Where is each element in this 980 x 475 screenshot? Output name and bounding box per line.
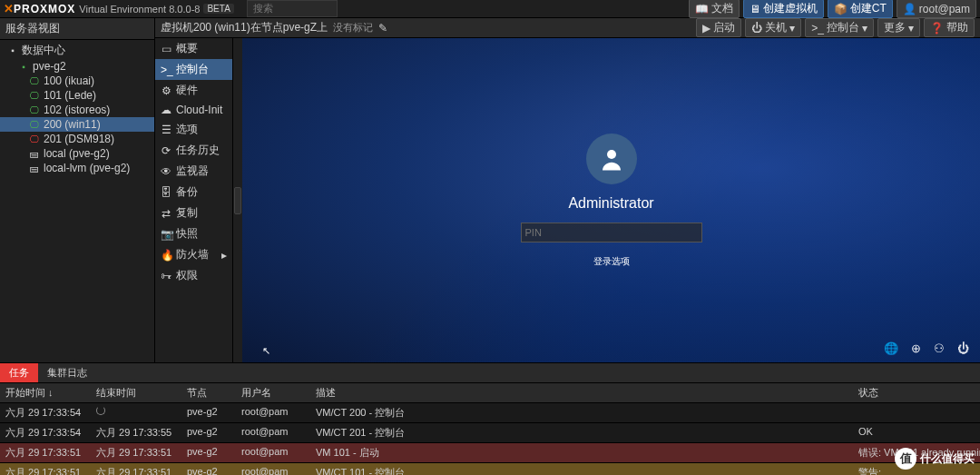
- signin-options-link[interactable]: 登录选项: [593, 255, 630, 268]
- tree-vm[interactable]: 🖵102 (istoreos): [0, 103, 154, 117]
- menu-item[interactable]: 🗝权限: [155, 265, 232, 286]
- no-tags-label: 没有标记: [333, 21, 373, 35]
- menu-item[interactable]: 👁监视器: [155, 161, 232, 182]
- product-name: PROXMOX: [14, 3, 75, 15]
- vnc-console[interactable]: Administrator 登录选项 🌐 ⊕ ⚇ ⏻ ↖: [242, 38, 980, 362]
- chevron-down-icon: ▾: [908, 22, 914, 35]
- splitter-handle[interactable]: [233, 38, 242, 362]
- view-selector[interactable]: 服务器视图: [0, 18, 154, 40]
- col-node[interactable]: 节点: [181, 383, 236, 402]
- chevron-down-icon: ▾: [789, 22, 795, 35]
- win-accessibility-bar: 🌐 ⊕ ⚇ ⏻: [884, 341, 969, 355]
- menu-icon: ☰: [161, 124, 172, 136]
- pin-input[interactable]: [521, 223, 702, 242]
- cursor-icon: ↖: [262, 345, 270, 357]
- tab-cluster-log[interactable]: 集群日志: [38, 363, 96, 382]
- book-icon: 📖: [695, 3, 709, 15]
- tree-storage[interactable]: 🖴local (pve-g2): [0, 146, 154, 161]
- search-input[interactable]: 搜索: [247, 0, 338, 17]
- menu-item[interactable]: ☁Cloud-Init: [155, 101, 232, 119]
- col-desc[interactable]: 描述: [310, 383, 853, 402]
- help-button[interactable]: ❓帮助: [924, 18, 975, 37]
- menu-item[interactable]: 🔥防火墙▸: [155, 244, 232, 265]
- shutdown-button[interactable]: ⏻关机 ▾: [745, 18, 801, 37]
- avatar-icon: [586, 134, 637, 184]
- logo-x-icon: ✕: [4, 2, 14, 15]
- accessibility-icon[interactable]: ⊕: [911, 341, 921, 355]
- tree-vm[interactable]: 🖵101 (Lede): [0, 88, 154, 103]
- menu-icon: 🗄: [161, 186, 172, 199]
- docs-button[interactable]: 📖文档: [689, 0, 740, 18]
- col-status[interactable]: 状态: [853, 383, 980, 402]
- top-header: ✕ PROXMOX Virtual Environment 8.0.0-8 BE…: [0, 0, 980, 18]
- power-icon: ⏻: [751, 22, 762, 35]
- menu-icon: 🔥: [161, 249, 172, 262]
- tree-vm[interactable]: 🖵100 (ikuai): [0, 74, 154, 88]
- menu-icon: ⟳: [161, 144, 172, 157]
- tree-datacenter[interactable]: ▪数据中心: [0, 42, 154, 59]
- menu-icon: ⇄: [161, 207, 172, 220]
- console-button[interactable]: >_控制台 ▾: [805, 18, 874, 37]
- start-button[interactable]: ▶启动: [696, 18, 741, 37]
- col-user[interactable]: 用户名: [236, 383, 310, 402]
- vm-toolbar: ▶启动 ⏻关机 ▾ >_控制台 ▾ 更多 ▾ ❓帮助: [696, 18, 975, 37]
- vm-status-icon: 🖵: [29, 105, 40, 115]
- vm-status-icon: 🖵: [29, 134, 40, 144]
- user-menu-button[interactable]: 👤root@pam: [897, 0, 976, 18]
- menu-icon: >_: [161, 64, 172, 76]
- menu-icon: 👁: [161, 165, 172, 178]
- vm-status-icon: 🖵: [29, 91, 40, 101]
- content-body: ▭概要>_控制台⚙硬件☁Cloud-Init☰选项⟳任务历史👁监视器🗄备份⇄复制…: [155, 38, 980, 362]
- edit-tags-icon[interactable]: ✎: [378, 22, 387, 35]
- tree-storage[interactable]: 🖴local-lvm (pve-g2): [0, 161, 154, 175]
- tree-vm[interactable]: 🖵200 (win11): [0, 117, 154, 132]
- beta-badge: BETA: [203, 4, 233, 14]
- chevron-down-icon: ▾: [862, 22, 867, 35]
- menu-item[interactable]: 🗄备份: [155, 182, 232, 203]
- power-icon[interactable]: ⏻: [957, 341, 969, 355]
- more-button[interactable]: 更多 ▾: [877, 18, 920, 37]
- menu-item[interactable]: >_控制台: [155, 59, 232, 80]
- task-row[interactable]: 六月 29 17:33:54六月 29 17:33:55pve-g2root@p…: [0, 423, 980, 443]
- watermark-badge: 值: [895, 448, 916, 470]
- disk-icon: 🖴: [29, 149, 40, 159]
- svg-point-0: [607, 150, 616, 159]
- menu-item[interactable]: 📷快照: [155, 223, 232, 244]
- menu-icon: 📷: [161, 228, 172, 241]
- create-vm-button[interactable]: 🖥创建虚拟机: [743, 0, 824, 18]
- menu-item[interactable]: ⚙硬件: [155, 80, 232, 101]
- logo[interactable]: ✕ PROXMOX Virtual Environment 8.0.0-8 BE…: [0, 2, 238, 15]
- task-row[interactable]: 六月 29 17:33:54pve-g2root@pamVM/CT 200 - …: [0, 403, 980, 423]
- task-row[interactable]: 六月 29 17:33:51六月 29 17:33:51pve-g2root@p…: [0, 463, 980, 475]
- watermark-text: 什么值得买: [920, 451, 975, 467]
- menu-icon: ▭: [161, 43, 172, 55]
- tree-vm[interactable]: 🖵201 (DSM918): [0, 132, 154, 146]
- spinner-icon: [96, 406, 105, 415]
- vm-status-icon: 🖵: [29, 120, 40, 130]
- menu-icon: 🗝: [161, 270, 172, 282]
- task-columns: 开始时间 ↓ 结束时间 节点 用户名 描述 状态: [0, 383, 980, 403]
- col-end[interactable]: 结束时间: [91, 383, 181, 402]
- play-icon: ▶: [702, 22, 710, 35]
- menu-item[interactable]: ⟳任务历史: [155, 140, 232, 161]
- menu-item[interactable]: ⇄复制: [155, 203, 232, 223]
- menu-item[interactable]: ☰选项: [155, 119, 232, 140]
- task-row[interactable]: 六月 29 17:33:51六月 29 17:33:51pve-g2root@p…: [0, 443, 980, 463]
- log-panel: 任务 集群日志 开始时间 ↓ 结束时间 节点 用户名 描述 状态 六月 29 1…: [0, 362, 980, 475]
- account-name: Administrator: [568, 195, 653, 212]
- network-icon[interactable]: 🌐: [884, 341, 898, 355]
- tab-tasks[interactable]: 任务: [0, 363, 38, 382]
- create-ct-button[interactable]: 📦创建CT: [828, 0, 893, 18]
- menu-item[interactable]: ▭概要: [155, 38, 232, 59]
- ease-icon[interactable]: ⚇: [934, 341, 945, 355]
- version-text: Virtual Environment 8.0.0-8: [79, 4, 200, 15]
- sidebar: 服务器视图 ▪数据中心 ▪pve-g2 🖵100 (ikuai)🖵101 (Le…: [0, 18, 155, 362]
- server-icon: ▪: [18, 62, 29, 72]
- vm-title: 虚拟机200 (win11)在节点pve-gZ上: [161, 20, 328, 35]
- col-start[interactable]: 开始时间 ↓: [0, 383, 91, 402]
- tree-node[interactable]: ▪pve-g2: [0, 59, 154, 74]
- content-panel: 虚拟机200 (win11)在节点pve-gZ上 没有标记 ✎ ▶启动 ⏻关机 …: [155, 18, 980, 362]
- building-icon: ▪: [7, 45, 18, 55]
- vm-menu: ▭概要>_控制台⚙硬件☁Cloud-Init☰选项⟳任务历史👁监视器🗄备份⇄复制…: [155, 38, 233, 362]
- vm-status-icon: 🖵: [29, 76, 40, 86]
